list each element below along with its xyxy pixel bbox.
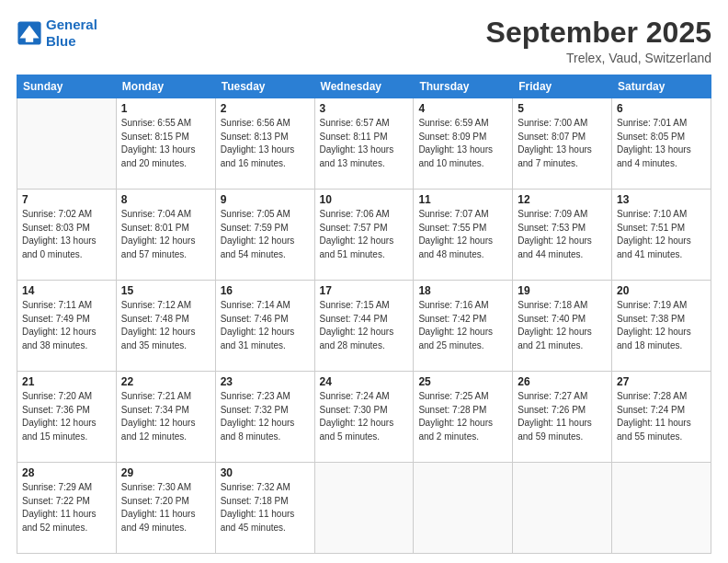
day-info: Sunrise: 7:21 AMSunset: 7:34 PMDaylight:… [121, 390, 210, 443]
day-info: Sunrise: 7:05 AMSunset: 7:59 PMDaylight:… [221, 208, 310, 261]
week-row-3: 14Sunrise: 7:11 AMSunset: 7:49 PMDayligh… [17, 281, 711, 372]
day-info: Sunrise: 7:09 AMSunset: 7:53 PMDaylight:… [518, 208, 607, 261]
calendar-cell: 21Sunrise: 7:20 AMSunset: 7:36 PMDayligh… [17, 372, 117, 463]
day-number: 4 [418, 102, 507, 115]
week-row-4: 21Sunrise: 7:20 AMSunset: 7:36 PMDayligh… [17, 372, 711, 463]
calendar-cell: 13Sunrise: 7:10 AMSunset: 7:51 PMDayligh… [612, 190, 711, 281]
day-number: 15 [121, 284, 210, 297]
day-number: 25 [418, 375, 507, 388]
week-row-5: 28Sunrise: 7:29 AMSunset: 7:22 PMDayligh… [17, 463, 711, 554]
day-info: Sunrise: 7:06 AMSunset: 7:57 PMDaylight:… [320, 208, 409, 261]
day-info: Sunrise: 7:29 AMSunset: 7:22 PMDaylight:… [22, 481, 111, 534]
day-info: Sunrise: 7:16 AMSunset: 7:42 PMDaylight:… [418, 299, 507, 352]
calendar-cell: 9Sunrise: 7:05 AMSunset: 7:59 PMDaylight… [215, 190, 314, 281]
day-number: 14 [22, 284, 111, 297]
calendar-cell: 10Sunrise: 7:06 AMSunset: 7:57 PMDayligh… [314, 190, 414, 281]
day-info: Sunrise: 7:30 AMSunset: 7:20 PMDaylight:… [121, 481, 210, 534]
calendar-cell: 27Sunrise: 7:28 AMSunset: 7:24 PMDayligh… [612, 372, 711, 463]
weekday-header-wednesday: Wednesday [314, 75, 414, 98]
weekday-header-thursday: Thursday [414, 75, 513, 98]
calendar-body: 1Sunrise: 6:55 AMSunset: 8:15 PMDaylight… [17, 98, 711, 554]
day-info: Sunrise: 6:56 AMSunset: 8:13 PMDaylight:… [221, 117, 310, 170]
calendar-cell: 20Sunrise: 7:19 AMSunset: 7:38 PMDayligh… [612, 281, 711, 372]
calendar-cell: 15Sunrise: 7:12 AMSunset: 7:48 PMDayligh… [116, 281, 215, 372]
logo: General Blue [17, 17, 97, 50]
day-number: 18 [418, 284, 507, 297]
day-info: Sunrise: 7:07 AMSunset: 7:55 PMDaylight:… [418, 208, 507, 261]
day-number: 9 [221, 193, 310, 206]
day-info: Sunrise: 7:00 AMSunset: 8:07 PMDaylight:… [518, 117, 607, 170]
day-info: Sunrise: 7:11 AMSunset: 7:49 PMDaylight:… [22, 299, 111, 352]
calendar-cell: 4Sunrise: 6:59 AMSunset: 8:09 PMDaylight… [414, 98, 513, 190]
day-number: 21 [22, 375, 111, 388]
svg-rect-2 [26, 37, 33, 42]
day-number: 30 [221, 466, 310, 479]
calendar-cell [314, 463, 414, 554]
day-number: 13 [617, 193, 706, 206]
calendar-cell: 2Sunrise: 6:56 AMSunset: 8:13 PMDaylight… [215, 98, 314, 190]
day-number: 8 [121, 193, 210, 206]
weekday-row: SundayMondayTuesdayWednesdayThursdayFrid… [17, 75, 711, 98]
calendar-cell: 26Sunrise: 7:27 AMSunset: 7:26 PMDayligh… [513, 372, 612, 463]
day-info: Sunrise: 7:24 AMSunset: 7:30 PMDaylight:… [320, 390, 409, 443]
logo-icon [17, 20, 42, 46]
day-info: Sunrise: 7:04 AMSunset: 8:01 PMDaylight:… [121, 208, 210, 261]
calendar-cell: 17Sunrise: 7:15 AMSunset: 7:44 PMDayligh… [314, 281, 414, 372]
location: Trelex, Vaud, Switzerland [486, 51, 711, 65]
day-number: 2 [221, 102, 310, 115]
weekday-header-sunday: Sunday [17, 75, 117, 98]
calendar-cell: 16Sunrise: 7:14 AMSunset: 7:46 PMDayligh… [215, 281, 314, 372]
day-info: Sunrise: 7:10 AMSunset: 7:51 PMDaylight:… [617, 208, 706, 261]
calendar-cell: 12Sunrise: 7:09 AMSunset: 7:53 PMDayligh… [513, 190, 612, 281]
day-info: Sunrise: 6:55 AMSunset: 8:15 PMDaylight:… [121, 117, 210, 170]
week-row-2: 7Sunrise: 7:02 AMSunset: 8:03 PMDaylight… [17, 190, 711, 281]
weekday-header-monday: Monday [116, 75, 215, 98]
day-info: Sunrise: 7:19 AMSunset: 7:38 PMDaylight:… [617, 299, 706, 352]
day-info: Sunrise: 7:14 AMSunset: 7:46 PMDaylight:… [221, 299, 310, 352]
day-number: 27 [617, 375, 706, 388]
calendar-cell: 28Sunrise: 7:29 AMSunset: 7:22 PMDayligh… [17, 463, 117, 554]
calendar-cell [17, 98, 117, 190]
calendar-cell [612, 463, 711, 554]
day-number: 24 [320, 375, 409, 388]
day-number: 20 [617, 284, 706, 297]
day-info: Sunrise: 7:02 AMSunset: 8:03 PMDaylight:… [22, 208, 111, 261]
day-info: Sunrise: 7:32 AMSunset: 7:18 PMDaylight:… [221, 481, 310, 534]
calendar-cell: 29Sunrise: 7:30 AMSunset: 7:20 PMDayligh… [116, 463, 215, 554]
day-number: 7 [22, 193, 111, 206]
weekday-header-friday: Friday [513, 75, 612, 98]
month-title: September 2025 [486, 17, 711, 49]
day-info: Sunrise: 6:57 AMSunset: 8:11 PMDaylight:… [320, 117, 409, 170]
calendar-cell: 1Sunrise: 6:55 AMSunset: 8:15 PMDaylight… [116, 98, 215, 190]
weekday-header-tuesday: Tuesday [215, 75, 314, 98]
day-info: Sunrise: 7:23 AMSunset: 7:32 PMDaylight:… [221, 390, 310, 443]
calendar-cell: 30Sunrise: 7:32 AMSunset: 7:18 PMDayligh… [215, 463, 314, 554]
day-info: Sunrise: 6:59 AMSunset: 8:09 PMDaylight:… [418, 117, 507, 170]
day-number: 23 [221, 375, 310, 388]
calendar-cell: 5Sunrise: 7:00 AMSunset: 8:07 PMDaylight… [513, 98, 612, 190]
day-number: 3 [320, 102, 409, 115]
calendar-cell: 23Sunrise: 7:23 AMSunset: 7:32 PMDayligh… [215, 372, 314, 463]
day-info: Sunrise: 7:12 AMSunset: 7:48 PMDaylight:… [121, 299, 210, 352]
calendar-cell: 18Sunrise: 7:16 AMSunset: 7:42 PMDayligh… [414, 281, 513, 372]
title-block: September 2025 Trelex, Vaud, Switzerland [486, 17, 711, 65]
day-info: Sunrise: 7:15 AMSunset: 7:44 PMDaylight:… [320, 299, 409, 352]
day-number: 1 [121, 102, 210, 115]
week-row-1: 1Sunrise: 6:55 AMSunset: 8:15 PMDaylight… [17, 98, 711, 190]
header: General Blue September 2025 Trelex, Vaud… [17, 17, 711, 65]
calendar-cell: 3Sunrise: 6:57 AMSunset: 8:11 PMDaylight… [314, 98, 414, 190]
calendar-cell [513, 463, 612, 554]
day-number: 19 [518, 284, 607, 297]
calendar-cell: 7Sunrise: 7:02 AMSunset: 8:03 PMDaylight… [17, 190, 117, 281]
day-info: Sunrise: 7:28 AMSunset: 7:24 PMDaylight:… [617, 390, 706, 443]
day-number: 17 [320, 284, 409, 297]
weekday-header-saturday: Saturday [612, 75, 711, 98]
day-number: 16 [221, 284, 310, 297]
calendar-cell: 22Sunrise: 7:21 AMSunset: 7:34 PMDayligh… [116, 372, 215, 463]
calendar-cell: 6Sunrise: 7:01 AMSunset: 8:05 PMDaylight… [612, 98, 711, 190]
day-number: 10 [320, 193, 409, 206]
day-number: 12 [518, 193, 607, 206]
day-number: 28 [22, 466, 111, 479]
day-info: Sunrise: 7:27 AMSunset: 7:26 PMDaylight:… [518, 390, 607, 443]
calendar-cell: 8Sunrise: 7:04 AMSunset: 8:01 PMDaylight… [116, 190, 215, 281]
